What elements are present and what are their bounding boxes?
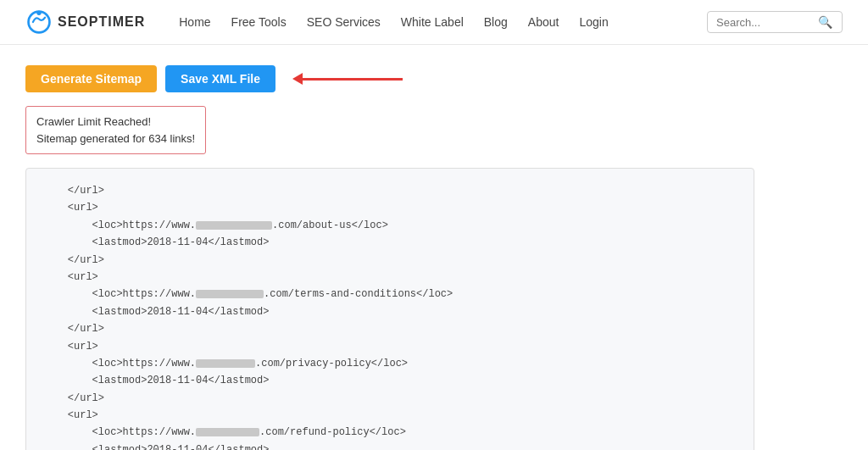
search-icon: 🔍 [818, 15, 832, 29]
xml-line: <lastmod>2018-11-04</lastmod> [43, 442, 737, 450]
main-nav: Home Free Tools SEO Services White Label… [179, 15, 707, 29]
generate-sitemap-button[interactable]: Generate Sitemap [25, 65, 157, 92]
blurred-domain [196, 428, 259, 436]
arrow-line-top [301, 78, 403, 81]
save-xml-button[interactable]: Save XML File [165, 65, 275, 92]
header: SEOPTIMER Home Free Tools SEO Services W… [0, 0, 868, 45]
search-input[interactable] [716, 16, 818, 29]
main-content: Generate Sitemap Save XML File Crawler L… [0, 45, 848, 450]
warning-line2: Sitemap generated for 634 links! [36, 131, 195, 147]
nav-white-label[interactable]: White Label [401, 15, 464, 29]
xml-line: </url> [43, 390, 737, 407]
xml-line: <loc>https://www. .com/terms-and-conditi… [43, 286, 737, 303]
logo-text: SEOPTIMER [58, 14, 145, 30]
nav-login[interactable]: Login [579, 15, 608, 29]
xml-line: </url> [43, 320, 737, 337]
xml-line: <url> [43, 199, 737, 216]
nav-home[interactable]: Home [179, 15, 210, 29]
nav-free-tools[interactable]: Free Tools [231, 15, 287, 29]
xml-line: <lastmod>2018-11-04</lastmod> [43, 234, 737, 251]
warning-line1: Crawler Limit Reached! [36, 114, 195, 131]
xml-line: </url> [43, 182, 737, 199]
nav-about[interactable]: About [528, 15, 559, 29]
nav-seo-services[interactable]: SEO Services [307, 15, 381, 29]
xml-line: <lastmod>2018-11-04</lastmod> [43, 303, 737, 320]
xml-line: <loc>https://www. .com/privacy-policy</l… [43, 355, 737, 372]
blurred-domain [196, 359, 255, 368]
nav-blog[interactable]: Blog [484, 15, 508, 29]
blurred-domain [196, 290, 264, 298]
xml-line: <url> [43, 269, 737, 286]
xml-line: <lastmod>2018-11-04</lastmod> [43, 372, 737, 389]
xml-line: <loc>https://www. .com/refund-policy</lo… [43, 424, 737, 441]
xml-line: <url> [43, 338, 737, 355]
warning-box: Crawler Limit Reached! Sitemap generated… [25, 106, 206, 154]
blurred-domain [196, 221, 272, 230]
logo-icon [25, 8, 53, 36]
xml-line: <loc>https://www. .com/about-us</loc> [43, 217, 737, 234]
arrow-indicator-top [292, 73, 403, 85]
xml-line: </url> [43, 252, 737, 269]
logo[interactable]: SEOPTIMER [25, 8, 145, 36]
buttons-row: Generate Sitemap Save XML File [25, 65, 822, 92]
xml-line: <url> [43, 407, 737, 424]
search-box: 🔍 [707, 11, 843, 33]
xml-output: </url> <url> <loc>https://www. .com/abou… [25, 168, 754, 450]
